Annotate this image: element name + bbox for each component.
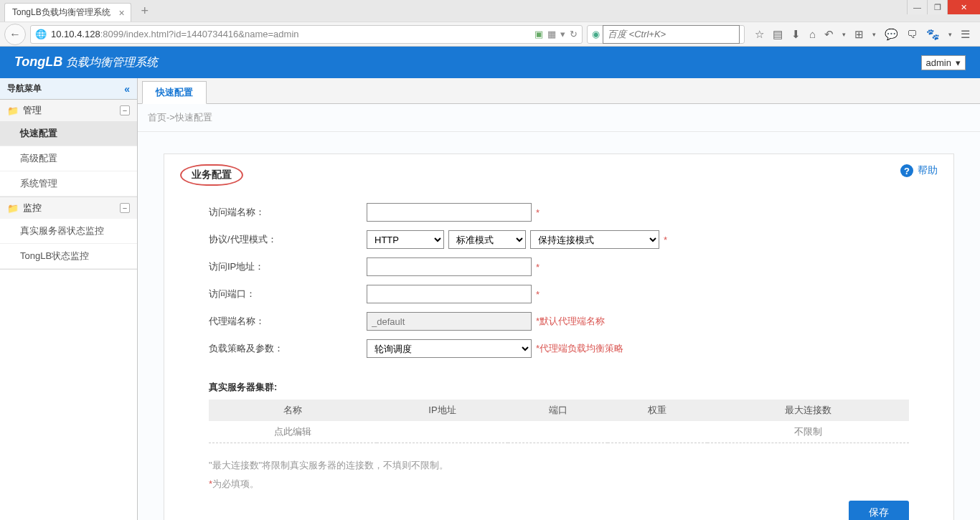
chat-icon[interactable]: 💬 bbox=[885, 28, 898, 41]
tree-title-monitor[interactable]: 📁 监控 − bbox=[0, 197, 137, 219]
folder-icon: 📁 bbox=[7, 203, 19, 214]
tree-group-manage: 📁 管理 − 快速配置 高级配置 系统管理 bbox=[0, 100, 137, 197]
search-bar[interactable]: ◉ bbox=[587, 25, 745, 44]
th-name: 名称 bbox=[209, 400, 377, 421]
required-mark: * bbox=[664, 235, 667, 245]
globe-icon: 🌐 bbox=[35, 29, 47, 39]
speech-icon[interactable]: 🗨 bbox=[907, 28, 918, 40]
url-text: 10.10.4.128:8099/index.html?id=144073441… bbox=[51, 29, 534, 39]
app-header: TongLB 负载均衡管理系统 admin ▾ bbox=[0, 47, 980, 78]
menu-icon[interactable]: ☰ bbox=[961, 28, 970, 41]
table-header-row: 名称 IP地址 端口 权重 最大连接数 bbox=[209, 400, 909, 421]
cell-weight[interactable] bbox=[608, 421, 707, 443]
required-mark: * bbox=[536, 289, 540, 300]
th-ip: IP地址 bbox=[377, 400, 509, 421]
tree-label: 监控 bbox=[23, 202, 42, 214]
required-mark: * bbox=[536, 262, 540, 273]
breadcrumb: 首页->快速配置 bbox=[138, 104, 980, 132]
url-actions: ▣ ▦ ▾ ↻ bbox=[534, 29, 578, 39]
shield-icon[interactable]: ▣ bbox=[534, 29, 543, 39]
sidebar-item-sysmgmt[interactable]: 系统管理 bbox=[0, 171, 137, 197]
input-access-name[interactable] bbox=[367, 203, 532, 222]
input-access-port[interactable] bbox=[367, 285, 532, 303]
form-panel: 业务配置 ? 帮助 访问端名称： * 协议/代理模式： HTTP 标准模式 保持… bbox=[164, 153, 954, 520]
select-proxy-mode[interactable]: 标准模式 bbox=[448, 230, 526, 249]
label-protocol: 协议/代理模式： bbox=[209, 233, 367, 246]
row-access-ip: 访问IP地址： * bbox=[180, 253, 938, 280]
sidebar-item-tonglb-monitor[interactable]: TongLB状态监控 bbox=[0, 244, 137, 269]
download-icon[interactable]: ⬇ bbox=[791, 28, 801, 41]
note-required: *为必填项。 bbox=[209, 475, 909, 493]
select-lb-policy[interactable]: 轮询调度 bbox=[367, 339, 532, 358]
cell-ip[interactable] bbox=[377, 421, 509, 443]
close-icon[interactable]: × bbox=[119, 7, 125, 19]
user-name: admin bbox=[926, 57, 951, 68]
home-icon[interactable]: ⌂ bbox=[809, 28, 816, 40]
window-controls: — ❐ ✕ bbox=[907, 0, 980, 14]
sidebar-header: 导航菜单 « bbox=[0, 78, 137, 100]
input-proxy-name bbox=[367, 312, 532, 331]
row-lb-policy: 负载策略及参数： 轮询调度 *代理端负载均衡策略 bbox=[180, 335, 938, 362]
tree-title-manage[interactable]: 📁 管理 − bbox=[0, 100, 137, 121]
tree-label: 管理 bbox=[23, 104, 42, 117]
browser-chrome: TongLB负载均衡管理系统 × + — ❐ ✕ ← 🌐 10.10.4.128… bbox=[0, 0, 980, 47]
input-access-ip[interactable] bbox=[367, 257, 532, 276]
chevron-down-icon[interactable]: ▾ bbox=[948, 31, 952, 38]
label-proxy-name: 代理端名称： bbox=[209, 315, 367, 328]
row-protocol: 协议/代理模式： HTTP 标准模式 保持连接模式 * bbox=[180, 226, 938, 253]
save-button[interactable]: 保存 bbox=[849, 501, 909, 520]
select-conn-mode[interactable]: 保持连接模式 bbox=[530, 230, 659, 249]
table-row[interactable]: 点此编辑 不限制 bbox=[209, 421, 909, 443]
sidebar-item-advconfig[interactable]: 高级配置 bbox=[0, 146, 137, 171]
tab-strip: 快速配置 bbox=[138, 78, 980, 104]
close-window-button[interactable]: ✕ bbox=[947, 0, 980, 14]
chevron-down-icon[interactable]: ▾ bbox=[842, 31, 846, 38]
required-mark: * bbox=[536, 207, 540, 218]
help-icon: ? bbox=[900, 164, 913, 177]
collapse-icon[interactable]: « bbox=[124, 83, 130, 95]
paw-icon[interactable]: 🐾 bbox=[926, 28, 940, 41]
url-bar[interactable]: 🌐 10.10.4.128:8099/index.html?id=1440734… bbox=[30, 25, 583, 44]
sidebar-item-quickconfig[interactable]: 快速配置 bbox=[0, 121, 137, 146]
tab-title: TongLB负载均衡管理系统 bbox=[12, 6, 110, 19]
search-engine-icon: ◉ bbox=[592, 29, 600, 39]
list-icon[interactable]: ▤ bbox=[773, 28, 783, 41]
reload-icon[interactable]: ↻ bbox=[570, 29, 578, 39]
maximize-button[interactable]: ❐ bbox=[927, 0, 947, 14]
nav-bar: ← 🌐 10.10.4.128:8099/index.html?id=14407… bbox=[0, 22, 980, 46]
undo-icon[interactable]: ↶ bbox=[824, 28, 834, 41]
star-icon[interactable]: ☆ bbox=[755, 28, 764, 41]
search-input[interactable] bbox=[603, 25, 740, 44]
tab-quickconfig[interactable]: 快速配置 bbox=[142, 81, 207, 104]
th-port: 端口 bbox=[508, 400, 608, 421]
tree-group-monitor: 📁 监控 − 真实服务器状态监控 TongLB状态监控 bbox=[0, 197, 137, 270]
section-title: 业务配置 bbox=[180, 164, 243, 186]
qr-icon[interactable]: ▦ bbox=[547, 29, 556, 39]
sidebar-item-realserver-monitor[interactable]: 真实服务器状态监控 bbox=[0, 219, 137, 244]
label-access-ip: 访问IP地址： bbox=[209, 260, 367, 273]
hint-proxy-name: *默认代理端名称 bbox=[536, 315, 605, 328]
hint-lb-policy: *代理端负载均衡策略 bbox=[536, 342, 623, 355]
collapse-toggle-icon[interactable]: − bbox=[120, 105, 130, 115]
cell-port[interactable] bbox=[508, 421, 608, 443]
new-tab-button[interactable]: + bbox=[136, 4, 154, 19]
label-access-port: 访问端口： bbox=[209, 288, 367, 301]
label-lb-policy: 负载策略及参数： bbox=[209, 342, 367, 355]
user-menu[interactable]: admin ▾ bbox=[921, 55, 966, 70]
dropdown-icon[interactable]: ▾ bbox=[560, 29, 565, 39]
collapse-toggle-icon[interactable]: − bbox=[120, 203, 130, 213]
cluster-table: 名称 IP地址 端口 权重 最大连接数 点此编辑 不限制 bbox=[209, 400, 909, 443]
help-link[interactable]: ? 帮助 bbox=[900, 164, 938, 177]
apps-icon[interactable]: ⊞ bbox=[854, 28, 864, 41]
browser-tab[interactable]: TongLB负载均衡管理系统 × bbox=[4, 3, 131, 22]
minimize-button[interactable]: — bbox=[907, 0, 927, 14]
chevron-down-icon[interactable]: ▾ bbox=[872, 31, 876, 38]
select-protocol[interactable]: HTTP bbox=[367, 230, 444, 249]
main-layout: 导航菜单 « 📁 管理 − 快速配置 高级配置 系统管理 📁 监控 − bbox=[0, 78, 980, 520]
cell-edit-placeholder[interactable]: 点此编辑 bbox=[209, 421, 377, 443]
toolbar-icons: ☆ ▤ ⬇ ⌂ ↶ ▾ ⊞ ▾ 💬 🗨 🐾 ▾ ☰ bbox=[749, 28, 976, 41]
help-label: 帮助 bbox=[918, 164, 938, 177]
back-button[interactable]: ← bbox=[4, 24, 26, 45]
cell-maxconn[interactable]: 不限制 bbox=[707, 421, 909, 443]
sidebar: 导航菜单 « 📁 管理 − 快速配置 高级配置 系统管理 📁 监控 − bbox=[0, 78, 138, 520]
